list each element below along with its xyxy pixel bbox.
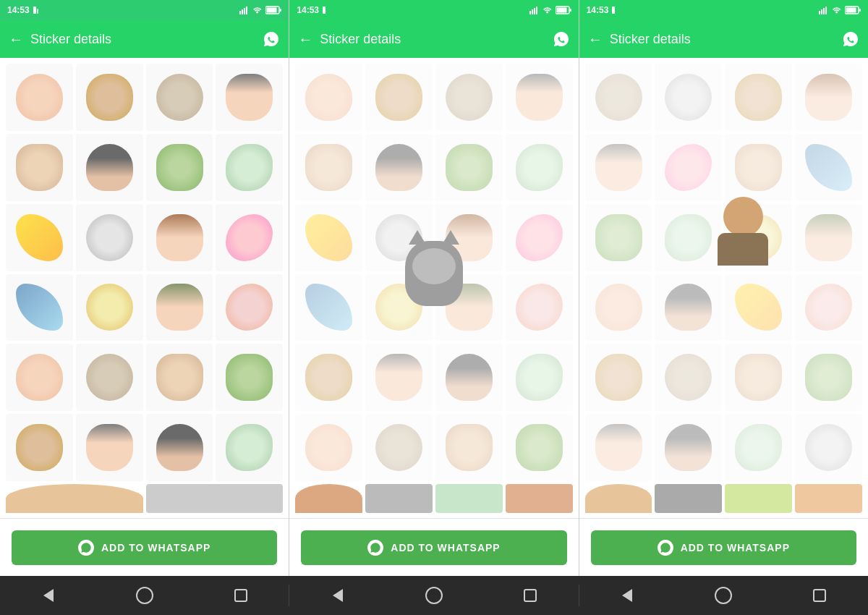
sticker-cell <box>795 134 862 201</box>
sticker-cell <box>76 414 143 481</box>
add-to-whatsapp-button-3[interactable]: ADD TO WHATSAPP <box>591 530 856 565</box>
wa-svg-1 <box>80 542 92 554</box>
nav-back-1[interactable] <box>38 585 59 606</box>
button-label-1: ADD TO WHATSAPP <box>101 542 210 554</box>
partial-sticker-4 <box>365 484 433 513</box>
status-icons-3 <box>819 6 861 14</box>
svg-rect-16 <box>570 9 571 12</box>
nav-home-icon-2 <box>425 587 443 604</box>
nav-home-2[interactable] <box>423 585 445 606</box>
sticker-cell <box>6 414 73 481</box>
sticker-placeholder <box>665 214 712 261</box>
sticker-placeholder <box>16 284 63 331</box>
nav-square-icon-2 <box>524 589 537 602</box>
status-icons-2 <box>529 6 571 14</box>
sticker-cell <box>365 64 433 131</box>
nav-square-3[interactable] <box>809 585 830 606</box>
sticker-placeholder <box>16 144 63 191</box>
sticker-placeholder <box>226 214 273 261</box>
battery-icon-3 <box>845 6 861 14</box>
sticker-cell <box>725 64 792 131</box>
sticker-placeholder <box>86 214 133 261</box>
sticker-cell <box>6 344 73 411</box>
sticker-cell <box>795 64 862 131</box>
svg-rect-12 <box>534 8 535 14</box>
screen-1: 14:53 ← Sticker details <box>0 0 289 576</box>
button-whatsapp-icon-1 <box>78 540 94 556</box>
sticker-placeholder <box>516 214 563 261</box>
status-time-1: 14:53 <box>7 5 43 15</box>
whatsapp-icon-2 <box>553 30 570 48</box>
sticker-cell <box>216 64 283 131</box>
sticker-placeholder <box>595 424 642 471</box>
sticker-cell <box>146 274 213 342</box>
wifi-icon-3 <box>832 6 842 14</box>
sim-icon-1 <box>33 5 43 15</box>
sticker-cell <box>585 134 652 201</box>
sticker-placeholder <box>595 74 642 121</box>
sticker-placeholder <box>665 284 712 331</box>
nav-back-3[interactable] <box>616 585 638 606</box>
add-to-whatsapp-button-2[interactable]: ADD TO WHATSAPP <box>301 530 566 565</box>
sticker-placeholder <box>305 144 352 191</box>
top-bar-1: ← Sticker details <box>0 20 289 58</box>
screen-2: 14:53 ← Sticker details <box>289 0 579 576</box>
nav-square-2[interactable] <box>519 585 541 606</box>
back-button-1[interactable]: ← <box>9 32 23 46</box>
sticker-cell <box>76 134 143 201</box>
top-bar-3: ← Sticker details <box>579 20 868 58</box>
sticker-placeholder <box>86 74 133 121</box>
sticker-cell <box>585 414 652 481</box>
sticker-placeholder <box>226 354 273 401</box>
sticker-cell <box>795 344 862 411</box>
sticker-cell <box>76 274 143 342</box>
partial-sticker-8 <box>655 484 722 513</box>
page-title-1: Sticker details <box>30 32 255 47</box>
sticker-placeholder <box>156 424 203 471</box>
sticker-placeholder <box>86 144 133 191</box>
nav-square-1[interactable] <box>230 585 252 606</box>
sticker-grid-area-2 <box>289 58 578 518</box>
sticker-cell <box>146 344 213 411</box>
whatsapp-icon-3 <box>842 30 859 48</box>
sticker-placeholder <box>16 74 63 121</box>
nav-home-1[interactable] <box>134 585 156 606</box>
sticker-placeholder <box>665 424 712 471</box>
back-button-3[interactable]: ← <box>588 32 603 46</box>
sticker-cell <box>295 204 362 271</box>
cat-face <box>412 248 456 284</box>
sticker-cell <box>435 344 503 411</box>
sticker-placeholder <box>305 354 352 401</box>
top-bar-2: ← Sticker details <box>289 20 578 58</box>
svg-rect-4 <box>244 8 245 14</box>
nav-back-icon-1 <box>43 589 54 602</box>
signal-icon-2 <box>529 6 540 14</box>
sticker-cell <box>216 414 283 481</box>
nav-back-2[interactable] <box>327 585 349 606</box>
sticker-placeholder <box>16 424 63 471</box>
sticker-cell <box>795 204 862 271</box>
sticker-placeholder <box>226 74 273 121</box>
partial-sticker-9 <box>725 484 792 513</box>
back-button-2[interactable]: ← <box>298 32 312 46</box>
sticker-placeholder <box>375 424 422 471</box>
add-to-whatsapp-button-1[interactable]: ADD TO WHATSAPP <box>12 530 277 565</box>
sticker-placeholder <box>305 424 352 471</box>
button-whatsapp-icon-3 <box>658 540 673 556</box>
sticker-cell <box>6 134 73 201</box>
sticker-cell <box>76 64 143 131</box>
sticker-cell <box>585 204 652 271</box>
partial-sticker-5 <box>435 484 503 513</box>
sticker-cell <box>435 134 503 201</box>
sticker-cell <box>295 64 362 131</box>
nav-home-3[interactable] <box>712 585 734 606</box>
sticker-cell <box>216 134 283 201</box>
sticker-placeholder <box>156 74 203 121</box>
status-time-3: 14:53 <box>587 5 622 15</box>
partial-row-3 <box>585 484 862 513</box>
svg-rect-19 <box>821 9 822 14</box>
sticker-placeholder <box>735 354 782 401</box>
cat-ear-right <box>442 230 459 245</box>
sticker-placeholder <box>375 74 422 121</box>
svg-rect-10 <box>529 11 531 14</box>
